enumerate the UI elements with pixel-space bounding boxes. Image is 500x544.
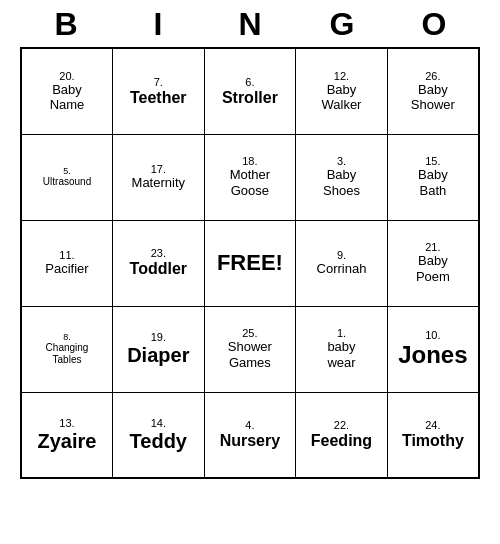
grid-cell-1-0: 5.Ultrasound xyxy=(21,134,113,220)
cell-text: Maternity xyxy=(132,175,185,191)
cell-text: ChangingTables xyxy=(46,342,89,366)
grid-cell-3-2: 25.ShowerGames xyxy=(204,306,296,392)
cell-number: 7. xyxy=(154,76,163,88)
grid-cell-1-2: 18.MotherGoose xyxy=(204,134,296,220)
cell-text: Feeding xyxy=(311,431,372,450)
cell-text: Timothy xyxy=(402,431,464,450)
grid-cell-1-3: 3.BabyShoes xyxy=(296,134,388,220)
cell-number: 12. xyxy=(334,70,349,82)
header-letter-o: O xyxy=(411,6,457,43)
cell-number: 14. xyxy=(151,417,166,429)
bingo-header: BINGO xyxy=(20,0,480,47)
grid-cell-4-4: 24.Timothy xyxy=(387,392,479,478)
grid-cell-4-0: 13.Zyaire xyxy=(21,392,113,478)
cell-number: 13. xyxy=(59,417,74,429)
grid-cell-2-2: FREE! xyxy=(204,220,296,306)
cell-number: 6. xyxy=(245,76,254,88)
cell-text: BabyShower xyxy=(411,82,455,113)
grid-cell-3-1: 19.Diaper xyxy=(113,306,205,392)
grid-cell-4-3: 22.Feeding xyxy=(296,392,388,478)
cell-text: BabyPoem xyxy=(416,253,450,284)
cell-number: 25. xyxy=(242,327,257,339)
grid-cell-4-1: 14.Teddy xyxy=(113,392,205,478)
cell-text: Diaper xyxy=(127,343,189,367)
cell-number: 22. xyxy=(334,419,349,431)
cell-text: Nursery xyxy=(220,431,280,450)
cell-text: babywear xyxy=(327,339,355,370)
cell-text: Pacifier xyxy=(45,261,88,277)
grid-cell-2-1: 23.Toddler xyxy=(113,220,205,306)
cell-number: 18. xyxy=(242,155,257,167)
grid-cell-3-0: 8.ChangingTables xyxy=(21,306,113,392)
cell-number: 10. xyxy=(425,329,440,341)
grid-cell-0-2: 6.Stroller xyxy=(204,48,296,134)
cell-number: 23. xyxy=(151,247,166,259)
cell-number: 5. xyxy=(43,166,91,177)
cell-text: Teether xyxy=(130,88,187,107)
cell-number: 20. xyxy=(59,70,74,82)
header-letter-b: B xyxy=(43,6,89,43)
cell-number: 17. xyxy=(151,163,166,175)
cell-text: MotherGoose xyxy=(230,167,270,198)
grid-cell-4-2: 4.Nursery xyxy=(204,392,296,478)
cell-small-content: 5.Ultrasound xyxy=(43,166,91,189)
cell-number: 8. xyxy=(46,332,89,343)
cell-small-content: 8.ChangingTables xyxy=(46,332,89,367)
free-space-text: FREE! xyxy=(217,250,283,276)
cell-number: 4. xyxy=(245,419,254,431)
header-letter-g: G xyxy=(319,6,365,43)
grid-cell-3-3: 1.babywear xyxy=(296,306,388,392)
cell-number: 19. xyxy=(151,331,166,343)
grid-cell-0-4: 26.BabyShower xyxy=(387,48,479,134)
cell-number: 24. xyxy=(425,419,440,431)
grid-row-2: 11.Pacifier23.ToddlerFREE!9.Corrinah21.B… xyxy=(21,220,479,306)
cell-text: ShowerGames xyxy=(228,339,272,370)
bingo-grid: 20.BabyName7.Teether6.Stroller12.BabyWal… xyxy=(20,47,480,479)
grid-cell-0-0: 20.BabyName xyxy=(21,48,113,134)
cell-number: 3. xyxy=(337,155,346,167)
grid-row-3: 8.ChangingTables19.Diaper25.ShowerGames1… xyxy=(21,306,479,392)
cell-text: Jones xyxy=(398,341,467,370)
cell-text: Corrinah xyxy=(317,261,367,277)
cell-number: 11. xyxy=(59,249,74,261)
header-letter-n: N xyxy=(227,6,273,43)
cell-text: BabyName xyxy=(50,82,85,113)
grid-cell-1-1: 17.Maternity xyxy=(113,134,205,220)
cell-text: Ultrasound xyxy=(43,176,91,188)
cell-text: Stroller xyxy=(222,88,278,107)
cell-number: 9. xyxy=(337,249,346,261)
cell-text: Zyaire xyxy=(38,429,97,453)
cell-text: BabyShoes xyxy=(323,167,360,198)
cell-number: 26. xyxy=(425,70,440,82)
grid-cell-2-4: 21.BabyPoem xyxy=(387,220,479,306)
grid-cell-0-1: 7.Teether xyxy=(113,48,205,134)
cell-number: 1. xyxy=(337,327,346,339)
grid-row-0: 20.BabyName7.Teether6.Stroller12.BabyWal… xyxy=(21,48,479,134)
grid-cell-2-0: 11.Pacifier xyxy=(21,220,113,306)
grid-cell-3-4: 10.Jones xyxy=(387,306,479,392)
cell-text: Toddler xyxy=(130,259,187,278)
cell-text: BabyBath xyxy=(418,167,448,198)
cell-number: 21. xyxy=(425,241,440,253)
cell-number: 15. xyxy=(425,155,440,167)
grid-cell-1-4: 15.BabyBath xyxy=(387,134,479,220)
grid-row-1: 5.Ultrasound17.Maternity18.MotherGoose3.… xyxy=(21,134,479,220)
cell-text: BabyWalker xyxy=(321,82,361,113)
cell-text: Teddy xyxy=(130,429,187,453)
grid-row-4: 13.Zyaire14.Teddy4.Nursery22.Feeding24.T… xyxy=(21,392,479,478)
grid-cell-2-3: 9.Corrinah xyxy=(296,220,388,306)
header-letter-i: I xyxy=(135,6,181,43)
grid-cell-0-3: 12.BabyWalker xyxy=(296,48,388,134)
